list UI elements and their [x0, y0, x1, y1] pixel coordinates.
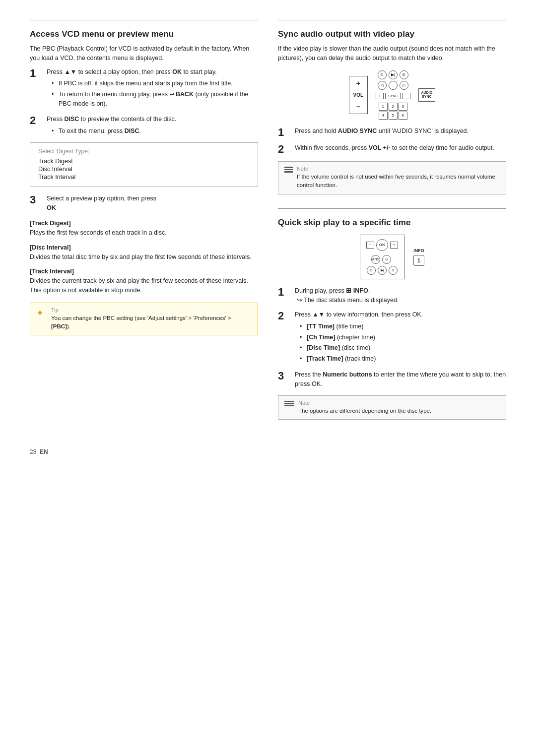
dash-btn-right: +	[390, 242, 398, 249]
vcd-section-title: Access VCD menu or preview menu	[30, 29, 258, 39]
ok-cluster-btn1: ANS	[371, 255, 380, 264]
num-grid: 1 2 3 4 5 6	[379, 103, 407, 120]
skip-step-1: 1 During play, press ⊞ INFO. ↪ The disc …	[278, 286, 506, 306]
sync-step-2: 2 Within five seconds, press VOL +/- to …	[278, 143, 506, 155]
remote-diagram: + VOL − ⊙ ▶| ⊙ ◁ · ▷	[278, 70, 506, 120]
skip-step-1-content: During play, press ⊞ INFO. ↪ The disc st…	[295, 286, 506, 306]
bottom-btn2: ▶|	[378, 266, 387, 275]
vcd-intro: The PBC (Playback Control) for VCD is ac…	[30, 44, 258, 63]
skip-step-2-num: 2	[278, 310, 292, 322]
tip-icon: ✦	[36, 308, 47, 318]
skip-step-3: 3 Press the Numeric buttons to enter the…	[278, 370, 506, 389]
sync-step-1-content: Press and hold AUDIO SYNC until 'AUDIO S…	[295, 126, 506, 136]
quick-skip-section: Quick skip play to a specific time − OK …	[278, 208, 506, 420]
skip-step-3-content: Press the Numeric buttons to enter the t…	[295, 370, 506, 389]
skip-note-box: Note The options are different depending…	[278, 395, 506, 420]
dash-btn-left: −	[366, 242, 374, 249]
step-2-bullets: To exit the menu, press DISC.	[47, 126, 258, 136]
btn-center-dot: ·	[389, 81, 398, 90]
ok-btn: OK	[376, 239, 388, 251]
info-btn: 1	[413, 255, 424, 266]
tip-box: ✦ Tip You can change the PBC setting (se…	[30, 303, 258, 336]
num-4: 4	[379, 112, 388, 120]
track-time: [Track Time] (track time)	[300, 354, 506, 364]
remote-misc-row: + SYNC −	[376, 93, 410, 99]
vol-plus: +	[356, 79, 360, 87]
step-1-bullet-1: If PBC is off, it skips the menu and sta…	[52, 79, 258, 88]
tip-text: You can change the PBC setting (see 'Adj…	[51, 314, 252, 331]
btn-circle-1: ⊙	[378, 70, 387, 79]
step-1-bullets: If PBC is off, it skips the menu and sta…	[47, 79, 258, 108]
step-3-num: 3	[30, 194, 44, 206]
step-2-content: Press DISC to preview the contents of th…	[47, 115, 258, 137]
remote-mid-row: ◁ · ▷	[378, 81, 408, 90]
vol-block: + VOL −	[349, 76, 368, 114]
left-column: Access VCD menu or preview menu The PBC …	[30, 20, 258, 434]
num-2: 2	[389, 103, 398, 111]
skip-step-1-num: 1	[278, 286, 292, 298]
digest-header: Select Digest Type:	[38, 148, 250, 155]
info-diagram: − OK + ANS ⊙ ⊙ ▶| ⊙	[278, 235, 506, 279]
skip-step-2-bullets: [TT Time] (title time) [Ch Time] (chapte…	[295, 322, 506, 364]
ok-row-3: ⊙ ▶| ⊙	[367, 266, 398, 275]
vol-label: VOL	[353, 92, 364, 98]
disc-interval-text: Divides the total disc time by six and p…	[30, 252, 258, 262]
sync-note-box: Note If the volume control is not used w…	[278, 161, 506, 194]
remote-center: ⊙ ▶| ⊙ ◁ · ▷ + SYNC −	[376, 70, 410, 120]
page-footer: 28 EN	[30, 448, 506, 455]
skip-step-3-num: 3	[278, 370, 292, 382]
disc-time: [Disc Time] (disc time)	[300, 343, 506, 353]
note-icon	[284, 167, 293, 173]
track-digest-text: Plays the first few seconds of each trac…	[30, 228, 258, 238]
skip-step-2-content: Press ▲▼ to view information, then press…	[295, 310, 506, 365]
ok-cluster-btn2: ⊙	[382, 255, 391, 264]
sync-audio-section: Sync audio output with video play If the…	[278, 20, 506, 194]
ok-row-1: − OK +	[366, 239, 398, 251]
step-1-bullet-2: To return to the menu during play, press…	[52, 90, 258, 109]
vcd-step-3: 3 Select a preview play option, then pre…	[30, 194, 258, 213]
ok-row-2: ANS ⊙	[371, 255, 393, 264]
step-1-content: Press ▲▼ to select a play option, then p…	[47, 67, 258, 110]
skip-note-content: Note The options are different depending…	[298, 400, 431, 415]
bottom-btn1: ⊙	[367, 266, 376, 275]
btn-misc-2: SYNC	[385, 93, 401, 99]
skip-step-2: 2 Press ▲▼ to view information, then pre…	[278, 310, 506, 365]
track-digest-title: [Track Digest]	[30, 220, 258, 227]
sync-step-1-num: 1	[278, 126, 292, 138]
tip-label: Tip	[51, 307, 252, 313]
remote-top-row: ⊙ ▶| ⊙	[378, 70, 408, 79]
btn-circle-2: ⊙	[400, 70, 408, 79]
sync-audio-intro: If the video play is slower than the aud…	[278, 44, 506, 63]
btn-misc-3: −	[402, 93, 410, 99]
btn-arrow-right: ▷	[400, 81, 408, 90]
btn-arrow-left: ◁	[378, 81, 387, 90]
num-1: 1	[379, 103, 388, 111]
audio-sync-btn: AUDIOSYNC	[418, 88, 436, 102]
sync-note-text: If the volume control is not used within…	[297, 173, 500, 190]
track-interval-text: Divides the current track by six and pla…	[30, 276, 258, 296]
sync-audio-title: Sync audio output with video play	[278, 29, 506, 39]
num-5: 5	[389, 112, 398, 120]
digest-item-3: Track Interval	[38, 174, 250, 181]
step-2-num: 2	[30, 115, 44, 126]
skip-note-text: The options are different depending on t…	[298, 407, 431, 415]
sync-step-2-content: Within five seconds, press VOL +/- to se…	[295, 143, 506, 153]
vcd-step-1: 1 Press ▲▼ to select a play option, then…	[30, 67, 258, 110]
disc-interval-title: [Disc Interval]	[30, 244, 258, 251]
track-interval-title: [Track Interval]	[30, 268, 258, 275]
step-2-bullet-1: To exit the menu, press DISC.	[52, 126, 258, 136]
step-3-content: Select a preview play option, then press…	[47, 194, 258, 213]
digest-box: Select Digest Type: Track Digest Disc In…	[30, 142, 258, 187]
btn-misc-1: +	[376, 93, 384, 99]
digest-item-2: Disc Interval	[38, 166, 250, 173]
vcd-step-2: 2 Press DISC to preview the contents of …	[30, 115, 258, 137]
sync-note-label: Note	[297, 166, 500, 172]
sync-note-content: Note If the volume control is not used w…	[297, 166, 500, 190]
tt-time: [TT Time] (title time)	[300, 322, 506, 331]
ok-cluster: − OK + ANS ⊙ ⊙ ▶| ⊙	[360, 235, 404, 279]
info-section: INFO 1	[413, 248, 424, 266]
step-1-num: 1	[30, 67, 44, 79]
tip-content: Tip You can change the PBC setting (see …	[51, 307, 252, 331]
info-label: INFO	[413, 248, 424, 253]
bottom-row-cluster: ⊙ ▶| ⊙	[367, 266, 398, 275]
